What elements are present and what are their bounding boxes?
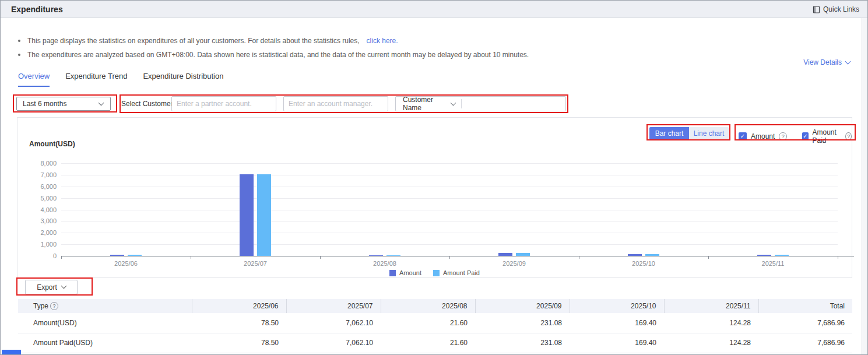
tab-overview[interactable]: Overview (18, 72, 50, 87)
checkbox-checked-icon[interactable]: ✓ (739, 132, 747, 140)
table-row: Amount(USD)78.507,062.1021.60231.08169.4… (18, 313, 852, 333)
value-cell: 7,062.10 (286, 333, 381, 353)
y-axis-label: 6,000 (27, 183, 57, 190)
table-header-cell: 2025/07 (286, 299, 381, 313)
customer-name-filter: Customer Name (395, 96, 566, 111)
value-cell: 7,062.10 (286, 313, 381, 333)
value-cell: 231.08 (475, 333, 570, 353)
bar-amount-paid (775, 255, 789, 256)
axis-tick (191, 256, 191, 259)
bar-amount (369, 255, 383, 256)
help-icon[interactable]: ? (845, 132, 852, 140)
export-label: Export (37, 283, 57, 291)
bar-amount-paid (386, 255, 400, 256)
bar-amount (240, 174, 254, 256)
note-text: This page displays the statistics on exp… (27, 37, 360, 45)
time-range-select[interactable]: Last 6 months (16, 97, 111, 111)
customer-field-value: Customer Name (403, 96, 451, 112)
bar-amount (757, 255, 771, 256)
bar-amount (498, 253, 512, 256)
partial-blue-element (2, 350, 21, 354)
table-row: Amount Paid(USD)78.507,062.1021.60231.08… (18, 333, 852, 353)
value-cell: 78.50 (192, 313, 286, 333)
info-note: This page displays the statistics on exp… (18, 37, 398, 45)
gridline (61, 210, 838, 210)
gridline (61, 233, 838, 233)
legend-item[interactable]: Amount (389, 269, 421, 276)
chevron-down-icon (99, 100, 104, 106)
top-bar: Expenditures Quick Links (1, 1, 867, 18)
x-axis-label: 2025/10 (623, 260, 664, 267)
quick-links-button[interactable]: Quick Links (813, 1, 859, 18)
type-cell: Amount Paid(USD) (18, 333, 192, 353)
gridline (61, 221, 838, 222)
bar-amount (628, 254, 642, 256)
bar-amount-paid (645, 254, 659, 256)
axis-tick (838, 256, 838, 259)
bullet-icon (18, 54, 20, 56)
table-header-cell: 2025/08 (381, 299, 475, 313)
gridline (61, 187, 838, 187)
gridline (61, 198, 838, 199)
partner-account-input[interactable] (171, 96, 276, 111)
chart-legend: AmountAmount Paid (17, 269, 852, 276)
customer-name-input[interactable] (462, 97, 565, 111)
series-checkbox-item: ✓Amount? (739, 132, 787, 140)
y-axis-label: 7,000 (27, 171, 57, 178)
help-icon[interactable]: ? (50, 302, 58, 310)
tab-bar: OverviewExpenditure TrendExpenditure Dis… (18, 72, 223, 87)
value-cell: 21.60 (381, 313, 475, 333)
bar-chart-button[interactable]: Bar chart (649, 127, 689, 140)
line-chart-button[interactable]: Line chart (689, 127, 729, 140)
gridline (61, 175, 838, 175)
chart-type-toggle: Bar chart Line chart (649, 127, 729, 140)
x-axis-label: 2025/07 (235, 260, 276, 267)
bar-amount-paid (257, 174, 271, 256)
tab-expenditure-trend[interactable]: Expenditure Trend (65, 72, 127, 87)
value-cell: 7,686.96 (758, 313, 852, 333)
bar-amount-paid (128, 255, 142, 256)
customer-field-select[interactable]: Customer Name (396, 99, 462, 108)
bar-amount-paid (516, 253, 530, 256)
series-checkboxes: ✓Amount?✓Amount Paid? (739, 128, 852, 145)
note-link[interactable]: click here. (367, 37, 398, 45)
axis-tick (449, 256, 450, 259)
axis-tick (61, 256, 62, 259)
type-header: Type? (33, 302, 58, 310)
x-axis-line (61, 256, 854, 256)
table-header-cell: Total (758, 299, 852, 313)
table-header-cell: 2025/11 (664, 299, 758, 313)
table-header-cell: 2025/10 (570, 299, 664, 313)
time-range-value: Last 6 months (23, 100, 66, 108)
chart-panel: Bar chart Line chart ✓Amount?✓Amount Pai… (17, 117, 852, 278)
axis-tick (320, 256, 321, 259)
y-axis-label: 3,000 (27, 217, 57, 224)
quick-links-label: Quick Links (823, 5, 859, 13)
info-note: The expenditures are analyzed based on G… (18, 51, 529, 59)
chevron-down-icon (845, 58, 851, 64)
chart-axis-title: Amount(USD) (29, 140, 75, 148)
tab-expenditure-distribution[interactable]: Expenditure Distribution (143, 72, 223, 87)
table-header-cell: 2025/06 (192, 299, 286, 313)
legend-swatch (433, 270, 440, 276)
y-axis-label: 2,000 (27, 229, 57, 236)
vertical-scrollbar[interactable] (862, 18, 867, 354)
legend-swatch (389, 270, 396, 276)
checkbox-checked-icon[interactable]: ✓ (802, 132, 808, 140)
chevron-down-icon (61, 283, 66, 289)
select-customer-label: Select Customer (121, 100, 173, 108)
value-cell: 169.40 (570, 313, 664, 333)
bar-amount (110, 255, 124, 256)
export-button[interactable]: Export (25, 280, 78, 294)
table-header-cell: 2025/09 (475, 299, 570, 313)
account-manager-input[interactable] (283, 96, 388, 111)
expenditure-table: Type?2025/062025/072025/082025/092025/10… (18, 299, 852, 353)
view-details-link[interactable]: View Details (803, 58, 850, 66)
expenditures-page: Expenditures Quick Links This page displ… (0, 0, 868, 355)
help-icon[interactable]: ? (779, 132, 787, 140)
value-cell: 7,686.96 (758, 333, 852, 353)
legend-item[interactable]: Amount Paid (433, 269, 480, 276)
table-header-row: Type?2025/062025/072025/082025/092025/10… (18, 299, 852, 313)
x-axis-label: 2025/09 (494, 260, 535, 267)
axis-tick (579, 256, 579, 259)
